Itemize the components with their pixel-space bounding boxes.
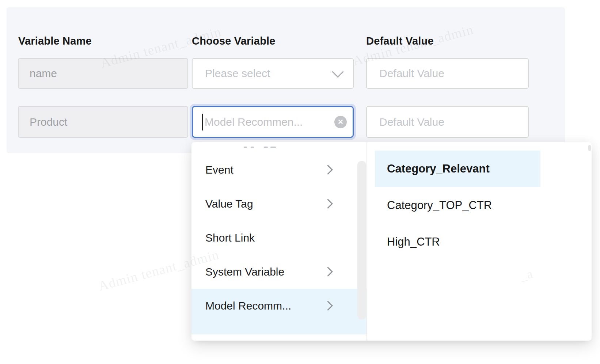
selected-value-placeholder: Model Recommen...	[205, 116, 303, 128]
menu-item-event[interactable]: Event	[191, 153, 367, 187]
default-value-input-row1[interactable]	[366, 58, 529, 89]
menu-item-system-variable[interactable]: System Variable	[191, 255, 367, 289]
submenu-item-category-relevant[interactable]: Category_Relevant	[375, 151, 540, 187]
chevron-right-icon	[323, 267, 333, 277]
cascader-menu-level2: Category_Relevant Category_TOP_CTR High_…	[367, 142, 592, 341]
submenu-item-label: Category_Relevant	[387, 162, 490, 175]
clipped-menu-item-fragment	[270, 147, 276, 148]
variable-name-input-row2[interactable]	[18, 106, 188, 138]
menu-item-value-tag[interactable]: Value Tag	[191, 187, 367, 221]
chevron-right-icon	[323, 199, 333, 209]
submenu-scrollbar-thumb[interactable]	[588, 145, 591, 151]
choose-variable-select-row1[interactable]: Please select	[192, 58, 354, 89]
cascader-menu-level1: Event Value Tag Short Link System Variab…	[191, 142, 367, 341]
cascader-dropdown: Event Value Tag Short Link System Variab…	[191, 142, 592, 341]
submenu-item-category-top-ctr[interactable]: Category_TOP_CTR	[375, 187, 540, 224]
menu-item-label: Event	[205, 164, 233, 176]
clear-icon[interactable]: ✕	[334, 116, 347, 128]
select-placeholder: Please select	[205, 67, 270, 80]
submenu-item-label: High_CTR	[387, 235, 440, 249]
chevron-right-icon	[323, 301, 333, 311]
menu-item-label: Model Recomm...	[205, 300, 291, 312]
default-value-input-row2[interactable]	[366, 106, 529, 138]
clipped-menu-item-fragment	[244, 147, 247, 148]
variable-name-input-row1[interactable]	[18, 58, 188, 89]
variable-form-panel: Variable Name Choose Variable Default Va…	[7, 7, 565, 153]
submenu-item-label: Category_TOP_CTR	[387, 199, 492, 212]
clipped-menu-item-fragment	[264, 147, 268, 148]
chevron-down-icon	[332, 66, 344, 78]
menu-item-label: Short Link	[205, 232, 255, 244]
clipped-menu-item-fragment	[251, 147, 254, 148]
menu-item-model-recommend[interactable]: Model Recomm...	[191, 289, 367, 334]
menu-item-label: System Variable	[205, 266, 284, 278]
menu-item-label: Value Tag	[205, 198, 253, 210]
text-caret	[202, 114, 203, 130]
menu-scrollbar-thumb[interactable]	[357, 161, 366, 319]
column-label-variable-name: Variable Name	[18, 35, 92, 47]
submenu-item-high-ctr[interactable]: High_CTR	[375, 224, 540, 260]
choose-variable-select-row2-focused[interactable]: Model Recommen... ✕	[192, 106, 354, 138]
column-label-choose-variable: Choose Variable	[192, 35, 276, 47]
menu-item-short-link[interactable]: Short Link	[191, 221, 367, 255]
page: { "watermark": { "text": "Admin tenant_a…	[0, 0, 600, 364]
chevron-right-icon	[323, 165, 333, 175]
column-label-default-value: Default Value	[366, 35, 434, 47]
